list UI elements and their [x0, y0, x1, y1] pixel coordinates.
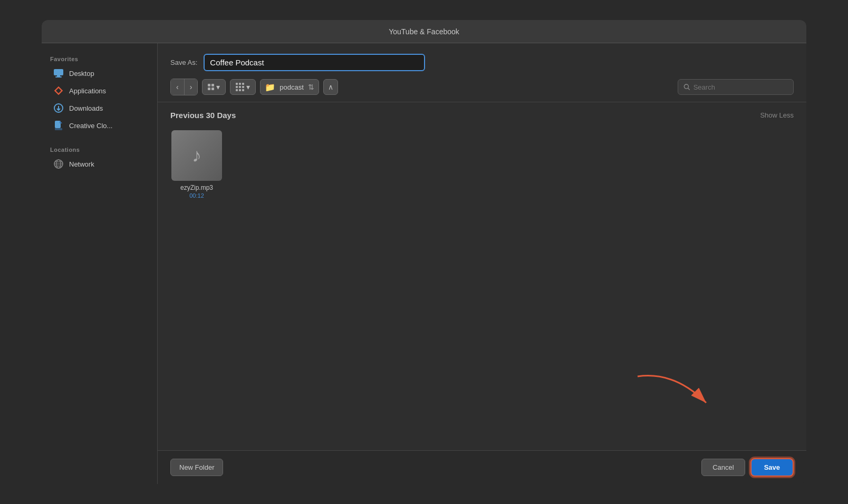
toolbar-row: ‹ › ▾ — [158, 79, 806, 102]
show-less-button[interactable]: Show Less — [760, 111, 794, 119]
favorites-label: Favorites — [42, 52, 157, 64]
list-view-icon — [236, 83, 244, 91]
save-button[interactable]: Save — [750, 458, 794, 477]
grid-view-icon — [208, 84, 214, 90]
title-bar: YouTube & Facebook — [42, 20, 806, 43]
sidebar-item-desktop[interactable]: Desktop — [45, 65, 154, 82]
svg-marker-8 — [60, 121, 62, 123]
svg-rect-0 — [54, 69, 63, 75]
file-duration: 00:12 — [189, 192, 204, 199]
list-item[interactable]: ♪ ezyZip.mp3 00:12 — [170, 126, 223, 203]
document-icon — [53, 120, 64, 131]
sidebar-creative-cloud-label: Creative Clo... — [69, 122, 112, 130]
svg-rect-9 — [55, 128, 62, 130]
back-button[interactable]: ‹ — [171, 79, 185, 95]
downloads-icon — [53, 103, 64, 113]
cancel-button[interactable]: Cancel — [701, 459, 745, 476]
save-as-input[interactable] — [204, 54, 425, 71]
new-folder-button[interactable]: New Folder — [170, 459, 223, 476]
folder-selector[interactable]: 📁 podcast ⇅ — [260, 79, 319, 95]
save-as-label: Save As: — [170, 59, 197, 66]
forward-button[interactable]: › — [185, 79, 198, 95]
sidebar-item-downloads[interactable]: Downloads — [45, 100, 154, 117]
window-title: YouTube & Facebook — [389, 27, 459, 36]
list-view-button[interactable]: ▾ — [230, 79, 256, 95]
svg-line-16 — [688, 88, 690, 90]
icon-view-button[interactable]: ▾ — [202, 79, 226, 95]
svg-point-15 — [684, 84, 688, 89]
section-title: Previous 30 Days — [170, 111, 236, 120]
search-icon — [683, 83, 690, 91]
nav-button-group: ‹ › — [170, 79, 198, 95]
file-name: ezyZip.mp3 — [180, 184, 213, 191]
search-input[interactable] — [693, 83, 788, 91]
list-dropdown-arrow: ▾ — [246, 83, 250, 91]
file-thumbnail: ♪ — [171, 130, 222, 181]
main-content: Save As: ‹ › ▾ — [158, 43, 806, 484]
folder-arrows-icon: ⇅ — [308, 83, 314, 91]
sidebar-item-network[interactable]: Network — [45, 156, 154, 172]
sidebar: Favorites Desktop — [42, 43, 158, 484]
section-header: Previous 30 Days Show Less — [170, 102, 794, 126]
bottom-right-buttons: Cancel Save — [701, 458, 794, 477]
sidebar-downloads-label: Downloads — [69, 104, 103, 112]
file-browser: Previous 30 Days Show Less ♪ ezyZip.mp3 … — [158, 102, 806, 450]
save-as-row: Save As: — [158, 43, 806, 79]
network-icon — [53, 159, 64, 169]
sidebar-item-creative-cloud[interactable]: Creative Clo... — [45, 117, 154, 134]
sidebar-applications-label: Applications — [69, 87, 106, 95]
search-box[interactable] — [678, 79, 794, 95]
bottom-bar: New Folder Cancel Save — [158, 450, 806, 484]
folder-name: podcast — [280, 83, 304, 91]
sidebar-item-applications[interactable]: Applications — [45, 82, 154, 99]
music-note-icon: ♪ — [192, 144, 201, 167]
svg-rect-2 — [55, 76, 62, 77]
view-dropdown-arrow: ▾ — [216, 83, 220, 91]
svg-rect-1 — [57, 75, 60, 76]
desktop-icon — [53, 68, 64, 79]
file-grid: ♪ ezyZip.mp3 00:12 — [170, 126, 794, 203]
applications-icon — [53, 85, 64, 96]
sidebar-desktop-label: Desktop — [69, 70, 94, 77]
folder-icon: 📁 — [265, 82, 275, 92]
locations-label: Locations — [42, 142, 157, 155]
sidebar-network-label: Network — [69, 160, 94, 168]
expand-button[interactable]: ∧ — [323, 79, 338, 95]
